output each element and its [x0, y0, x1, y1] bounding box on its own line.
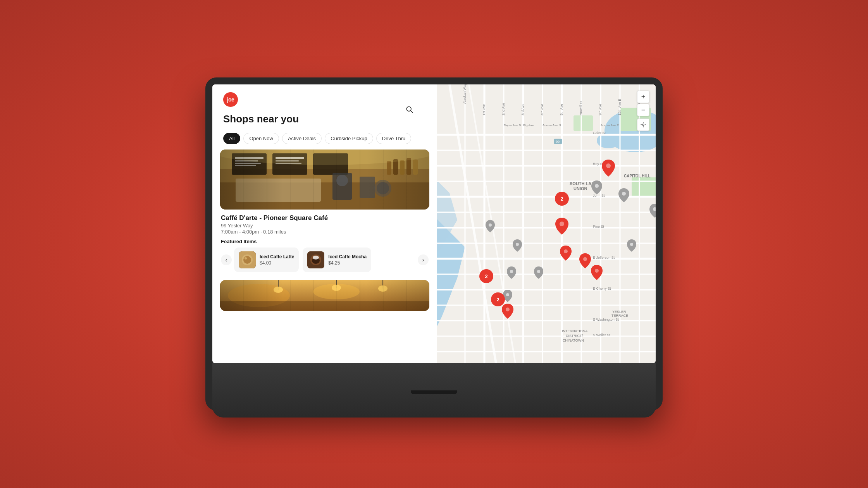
svg-rect-9 — [235, 163, 261, 164]
filter-curbside[interactable]: Curbside Pickup — [325, 133, 373, 144]
item-name-mocha: Iced Caffe Mocha — [328, 254, 367, 260]
svg-point-131 — [506, 308, 510, 311]
svg-point-25 — [374, 180, 391, 197]
svg-rect-11 — [276, 157, 304, 159]
svg-rect-23 — [406, 158, 411, 175]
svg-point-129 — [583, 257, 587, 261]
svg-rect-24 — [413, 160, 418, 175]
page-title: Shops near you — [223, 113, 426, 125]
svg-text:TERRACE: TERRACE — [611, 314, 628, 318]
shop-card-1[interactable]: Caffé D'arte - Pioneer Square Café 99 Ye… — [220, 149, 429, 272]
joe-logo: joe — [223, 92, 238, 107]
shop-image-bg — [220, 149, 429, 210]
zoom-out-button[interactable]: − — [637, 104, 649, 116]
svg-rect-53 — [574, 115, 593, 131]
svg-rect-7 — [235, 157, 264, 159]
svg-rect-36 — [220, 280, 429, 311]
item-card-mocha[interactable]: Iced Caffe Mocha $4.25 — [303, 247, 371, 272]
svg-point-116 — [595, 184, 599, 188]
svg-text:Pine St: Pine St — [593, 225, 604, 229]
left-panel: joe Shops near you All Open Now Active D… — [212, 84, 437, 363]
shop-info-1: Caffé D'arte - Pioneer Square Café 99 Ye… — [220, 210, 429, 272]
svg-rect-6 — [313, 153, 348, 175]
svg-text:E Jefferson St: E Jefferson St — [593, 256, 615, 259]
svg-point-35 — [313, 256, 319, 259]
featured-label-1: Featured Items — [221, 239, 429, 244]
svg-text:2: 2 — [485, 273, 487, 279]
svg-line-1 — [411, 111, 413, 113]
svg-point-18 — [336, 175, 348, 186]
laptop-notch — [411, 390, 457, 394]
carousel-next-btn[interactable]: › — [418, 254, 429, 265]
svg-text:S Weller St: S Weller St — [593, 333, 610, 337]
svg-point-117 — [622, 192, 626, 196]
right-panel: Galer St Roy St John St Pine St E Jeffer… — [437, 84, 656, 363]
shop-hours-1: 7:00am - 4:00pm · 0.18 miles — [221, 229, 429, 235]
svg-rect-37 — [220, 280, 429, 311]
svg-point-126 — [606, 163, 611, 168]
filter-active-deals[interactable]: Active Deals — [282, 133, 322, 144]
item-info-latte: Iced Caffe Latte $4.00 — [260, 254, 294, 266]
item-price-latte: $4.00 — [260, 260, 294, 266]
shop-address-1: 99 Yesler Way — [221, 223, 429, 229]
svg-rect-54 — [632, 177, 656, 197]
svg-point-31 — [245, 257, 247, 259]
search-button[interactable] — [403, 103, 415, 115]
svg-text:UNION: UNION — [574, 186, 587, 191]
map-background: Galer St Roy St John St Pine St E Jeffer… — [437, 84, 656, 363]
svg-point-119 — [489, 223, 492, 227]
svg-rect-16 — [236, 179, 321, 182]
svg-point-46 — [378, 285, 388, 292]
filter-all[interactable]: All — [223, 133, 240, 144]
item-thumb-latte — [239, 251, 256, 268]
svg-rect-14 — [220, 182, 429, 210]
app-header: joe Shops near you — [212, 84, 437, 129]
svg-rect-40 — [220, 301, 429, 311]
filter-row: All Open Now Active Deals Curbside Picku… — [212, 129, 437, 149]
item-name-latte: Iced Caffe Latte — [260, 254, 294, 260]
svg-rect-2 — [220, 149, 429, 210]
svg-text:12th Ave E: 12th Ave E — [618, 99, 622, 115]
svg-rect-3 — [220, 149, 429, 169]
shop-card-2[interactable] — [220, 280, 429, 311]
item-card-latte[interactable]: Iced Caffe Latte $4.00 — [234, 247, 299, 272]
svg-point-127 — [560, 222, 564, 226]
svg-rect-21 — [393, 159, 398, 175]
svg-text:Aurora Ave E: Aurora Ave E — [601, 124, 619, 127]
filter-open-now[interactable]: Open Now — [243, 133, 279, 144]
svg-point-38 — [228, 284, 290, 307]
svg-rect-17 — [332, 173, 352, 200]
svg-text:2: 2 — [496, 297, 499, 302]
svg-text:John St: John St — [593, 194, 605, 198]
svg-point-27 — [220, 149, 429, 165]
svg-text:CAPITOL HILL: CAPITOL HILL — [624, 174, 651, 178]
svg-text:2: 2 — [560, 196, 563, 202]
svg-text:9th Ave: 9th Ave — [598, 104, 602, 115]
shop-image-2 — [220, 280, 429, 311]
svg-rect-19 — [360, 177, 375, 198]
svg-point-124 — [506, 293, 509, 296]
carousel-prev-btn[interactable]: ‹ — [221, 254, 232, 265]
filter-drive-thru[interactable]: Drive Thru — [376, 133, 411, 144]
item-thumb-mocha — [307, 251, 324, 268]
svg-text:3rd Ave: 3rd Ave — [521, 104, 525, 115]
svg-text:99: 99 — [556, 140, 560, 144]
svg-text:Alaskan Way: Alaskan Way — [463, 84, 467, 104]
svg-point-30 — [243, 256, 251, 264]
svg-text:5th Ave: 5th Ave — [560, 104, 563, 115]
svg-point-26 — [377, 182, 389, 194]
svg-text:Galer St: Galer St — [593, 131, 606, 135]
zoom-in-button[interactable]: + — [637, 91, 649, 103]
item-info-mocha: Iced Caffe Mocha $4.25 — [328, 254, 367, 266]
location-button[interactable] — [637, 119, 649, 131]
svg-rect-8 — [235, 160, 258, 162]
svg-point-42 — [274, 287, 283, 293]
shop-image-1 — [220, 149, 429, 210]
svg-rect-5 — [272, 153, 307, 175]
svg-rect-12 — [276, 160, 299, 162]
svg-text:E Cherry St: E Cherry St — [593, 287, 611, 290]
svg-point-128 — [564, 249, 568, 253]
svg-text:YESLER: YESLER — [612, 310, 626, 314]
svg-rect-22 — [400, 160, 405, 175]
svg-text:4th Ave: 4th Ave — [540, 104, 544, 115]
